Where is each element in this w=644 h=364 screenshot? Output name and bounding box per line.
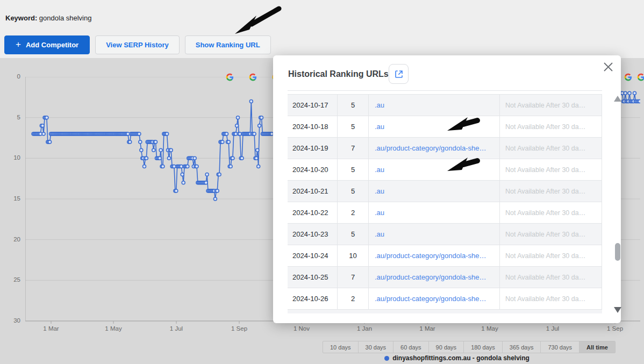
cell-note: Not Available After 30 da…: [500, 267, 602, 288]
google-g-icon[interactable]: [624, 73, 632, 81]
table-row: 2024-10-257.au/product-category/gondola-…: [288, 267, 602, 288]
range-button-730-days[interactable]: 730 days: [541, 341, 579, 353]
table-row: 2024-10-2410.au/product-category/gondola…: [288, 245, 602, 267]
range-button-90-days[interactable]: 90 days: [429, 341, 464, 353]
ranking-url-link[interactable]: .au/product-category/gondola-she…: [369, 245, 500, 266]
cell-rank: 7: [338, 267, 369, 288]
x-tick-label: 1 May: [474, 325, 506, 332]
cell-date: 2024-10-22: [288, 202, 338, 223]
range-button-all-time[interactable]: All time: [579, 341, 615, 353]
ranking-url-link[interactable]: .au: [369, 224, 500, 245]
table-row: 2024-10-205.auNot Available After 30 da…: [288, 159, 602, 181]
cell-rank: 5: [338, 95, 369, 116]
x-tick-label: 1 Jul: [160, 325, 192, 332]
cell-date: 2024-10-26: [288, 288, 338, 309]
y-tick-label: 0: [0, 73, 20, 80]
cell-date: 2024-10-21: [288, 181, 338, 202]
table-row: 2024-10-222.auNot Available After 30 da…: [288, 202, 602, 224]
scrollbar-thumb[interactable]: [615, 243, 620, 261]
x-tick-label: 1 Sep: [599, 325, 631, 332]
google-g-icon[interactable]: [249, 73, 257, 81]
cell-note: Not Available After 30 da…: [500, 224, 602, 245]
cell-note: Not Available After 30 da…: [500, 202, 602, 223]
scrollbar-down-arrow[interactable]: [614, 307, 621, 313]
ranking-url-link[interactable]: .au: [369, 202, 500, 223]
cell-rank: 5: [338, 181, 369, 202]
modal-title: Historical Ranking URLs: [288, 69, 389, 79]
cell-date: 2024-10-20: [288, 159, 338, 180]
plus-icon: +: [16, 39, 21, 50]
show-ranking-url-button[interactable]: Show Ranking URL: [185, 35, 271, 54]
range-button-180-days[interactable]: 180 days: [464, 341, 503, 353]
table-row: 2024-10-215.auNot Available After 30 da…: [288, 181, 602, 202]
ranking-url-link[interactable]: .au/product-category/gondola-she…: [369, 288, 500, 309]
modal-header: Historical Ranking URLs: [273, 55, 621, 90]
x-tick-label: 1 Nov: [285, 325, 318, 332]
cell-note: Not Available After 30 da…: [500, 159, 602, 180]
ranking-url-link[interactable]: .au: [369, 181, 500, 202]
view-serp-history-button[interactable]: View SERP History: [95, 35, 180, 54]
ranking-url-link[interactable]: .au/product-category/gondola-she…: [369, 267, 500, 288]
add-competitor-button[interactable]: + Add Competitor: [4, 35, 90, 54]
cell-note: Not Available After 30 da…: [500, 181, 602, 202]
x-tick-label: 1 Jul: [536, 325, 569, 332]
legend-label: dinyashopfittings.com.au - gondola shelv…: [392, 354, 529, 362]
range-button-30-days[interactable]: 30 days: [359, 341, 394, 353]
table-row-partial: [288, 91, 602, 95]
show-ranking-url-label: Show Ranking URL: [196, 41, 260, 49]
table-row: 2024-10-197.au/product-category/gondola-…: [288, 138, 602, 159]
historical-ranking-urls-modal: Historical Ranking URLs 2024-10-175.auNo…: [273, 55, 621, 323]
x-tick-label: 1 Mar: [35, 325, 67, 332]
cell-rank: 10: [338, 245, 369, 266]
google-g-icon[interactable]: [226, 73, 234, 81]
view-serp-history-label: View SERP History: [106, 41, 169, 49]
time-range-selector: 10 days30 days60 days90 days180 days365 …: [323, 341, 616, 353]
x-tick-label: 1 Jan: [348, 325, 381, 332]
cell-rank: 5: [338, 116, 369, 137]
keyword-line: Keyword: gondola shelving: [5, 14, 91, 22]
range-button-60-days[interactable]: 60 days: [393, 341, 429, 353]
chart-legend: dinyashopfittings.com.au - gondola shelv…: [323, 354, 591, 362]
table-row: 2024-10-175.auNot Available After 30 da…: [288, 95, 602, 116]
legend-dot-icon: [384, 356, 389, 361]
page-header: Keyword: gondola shelving + Add Competit…: [0, 0, 644, 58]
x-tick-label: 1 Sep: [223, 325, 255, 332]
y-tick-label: 15: [0, 195, 20, 202]
cell-rank: 2: [338, 288, 369, 309]
cell-date: 2024-10-18: [288, 116, 338, 137]
y-tick-label: 20: [0, 236, 20, 242]
table-row-partial: [288, 310, 602, 313]
range-button-365-days[interactable]: 365 days: [503, 341, 541, 353]
cell-note: Not Available After 30 da…: [500, 138, 602, 159]
ranking-url-link[interactable]: .au: [369, 95, 500, 116]
y-tick-label: 10: [0, 154, 20, 161]
ranking-url-link[interactable]: .au: [369, 116, 500, 137]
cell-rank: 5: [338, 224, 369, 245]
add-competitor-label: Add Competitor: [26, 41, 78, 49]
y-tick-label: 30: [0, 317, 20, 324]
cell-rank: 7: [338, 138, 369, 159]
ranking-url-link[interactable]: .au: [369, 159, 500, 180]
close-icon[interactable]: [602, 61, 614, 73]
range-button-10-days[interactable]: 10 days: [323, 341, 359, 353]
cell-rank: 2: [338, 202, 369, 223]
y-tick-label: 25: [0, 276, 20, 283]
table-row: 2024-10-235.auNot Available After 30 da…: [288, 224, 602, 245]
cell-note: Not Available After 30 da…: [500, 288, 602, 309]
x-tick-label: 1 May: [97, 325, 130, 332]
x-tick-label: 1 Mar: [411, 325, 443, 332]
google-g-icon[interactable]: [637, 73, 644, 81]
cell-date: 2024-10-19: [288, 138, 338, 159]
cell-date: 2024-10-24: [288, 245, 338, 266]
open-in-new-tab-button[interactable]: [389, 64, 409, 84]
keyword-value: gondola shelving: [39, 14, 92, 22]
toolbar: + Add Competitor View SERP History Show …: [4, 35, 271, 54]
cell-date: 2024-10-17: [288, 95, 338, 116]
cell-note: Not Available After 30 da…: [500, 95, 602, 116]
cell-note: Not Available After 30 da…: [500, 116, 602, 137]
scrollbar-up-arrow[interactable]: [614, 96, 621, 102]
keyword-label: Keyword:: [5, 14, 37, 22]
ranking-urls-table: 2024-10-175.auNot Available After 30 da……: [288, 90, 602, 313]
ranking-url-link[interactable]: .au/product-category/gondola-she…: [369, 138, 500, 159]
cell-date: 2024-10-23: [288, 224, 338, 245]
